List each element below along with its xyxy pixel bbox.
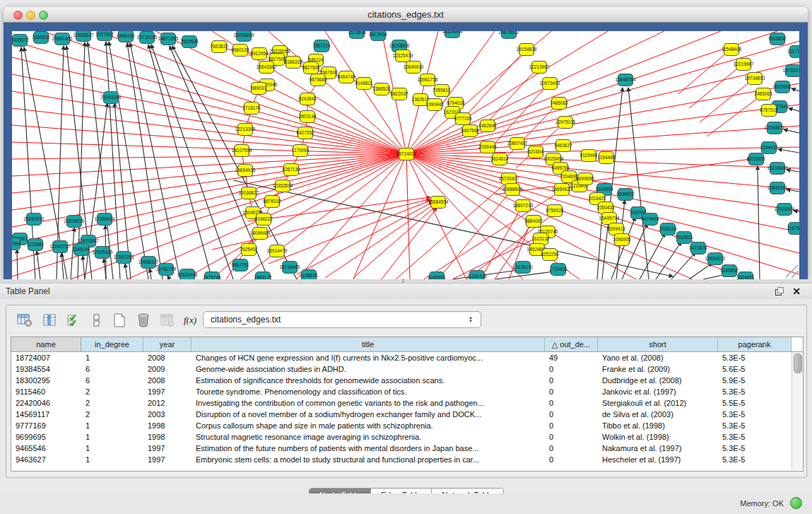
network-edge[interactable] — [786, 265, 798, 277]
delete-table-icon[interactable] — [134, 310, 153, 331]
network-edge[interactable] — [12, 142, 406, 154]
network-node-label: 9756928 — [546, 208, 564, 213]
float-window-icon[interactable] — [775, 287, 784, 296]
table-row[interactable]: 1872400712008Changes of HCN gene express… — [11, 352, 803, 363]
table-row[interactable]: 1938455462009Genome-wide association stu… — [11, 363, 803, 375]
cell-short: Hescheler et al. (1997) — [598, 454, 718, 465]
network-node-label: 15716485 — [280, 264, 300, 269]
network-node-label: 9875685 — [309, 77, 327, 82]
network-edge[interactable] — [628, 88, 649, 279]
network-node-label: 2485063 — [754, 91, 772, 96]
column-header-in_degree[interactable]: in_degree — [81, 337, 143, 351]
cell-year: 2003 — [143, 409, 192, 420]
network-edge[interactable] — [12, 154, 406, 159]
column-header-name[interactable]: name — [11, 337, 81, 351]
network-edge[interactable] — [109, 42, 148, 279]
row-height-icon[interactable] — [87, 310, 107, 331]
close-panel-icon[interactable]: ✕ — [792, 286, 801, 297]
column-header-title[interactable]: title — [192, 337, 545, 351]
cell-year: 2012 — [143, 397, 192, 409]
table-selector-dropdown[interactable]: citations_edges.txt ▲▼ — [203, 311, 481, 328]
network-edge[interactable] — [297, 202, 433, 274]
network-edge[interactable] — [406, 154, 410, 279]
table-row[interactable]: 1830029562008Estimation of significance … — [11, 375, 803, 386]
cell-year: 1997 — [143, 386, 192, 397]
network-node-label: 1527602 — [95, 32, 114, 37]
network-node-label: 8813054 — [369, 32, 387, 37]
network-edge[interactable] — [396, 181, 508, 279]
network-edge[interactable] — [784, 129, 799, 135]
table-row[interactable]: 946554611997Estimation of the future num… — [11, 443, 803, 454]
network-node-label: 17359924 — [95, 216, 115, 221]
table-row[interactable]: 977716911998Corpus callosum shape and si… — [11, 420, 803, 431]
network-edge[interactable] — [325, 204, 434, 278]
network-edge[interactable] — [269, 200, 432, 264]
network-node-label: 2718176 — [242, 105, 261, 110]
network-edge[interactable] — [656, 242, 681, 279]
scrollbar-thumb[interactable] — [794, 354, 802, 373]
network-edge[interactable] — [792, 271, 799, 278]
table-row[interactable]: 2242004622012Investigating the contribut… — [11, 397, 803, 409]
network-node-label: 15495794 — [599, 216, 620, 221]
cell-short: Yano et al. (2008) — [598, 352, 718, 363]
network-node-label: 9245652 — [720, 268, 739, 273]
column-header-out_de[interactable]: △ out_de... — [545, 337, 598, 351]
network-edge[interactable] — [792, 88, 799, 94]
network-canvas[interactable]: 2405572166053220691406108535271527602646… — [12, 31, 799, 279]
column-header-short[interactable]: short — [598, 337, 718, 351]
network-node-label: 1588520 — [372, 86, 391, 91]
network-edge[interactable] — [689, 263, 712, 279]
network-edge[interactable] — [406, 31, 721, 154]
network-edge[interactable] — [495, 85, 548, 144]
network-edge[interactable] — [789, 108, 799, 114]
network-edge[interactable] — [787, 189, 799, 193]
table-row[interactable]: 911546021997Tourette syndrome. Phenomeno… — [11, 386, 803, 397]
network-node-label: 16914479 — [267, 248, 288, 253]
network-edge[interactable] — [678, 52, 728, 94]
column-chooser-icon[interactable] — [40, 310, 60, 331]
network-edge[interactable] — [125, 264, 127, 279]
table-body: 1872400712008Changes of HCN gene express… — [11, 352, 803, 465]
memory-status-indicator[interactable] — [790, 497, 802, 509]
table-row[interactable]: 946362711997Embryonic stem cells: a mode… — [11, 454, 803, 465]
network-edge[interactable] — [640, 233, 665, 279]
table-row[interactable]: 969969511998Structural magnetic resonanc… — [11, 431, 803, 443]
network-edge[interactable] — [438, 191, 511, 279]
table-settings-icon[interactable] — [15, 310, 35, 331]
cell-name: 9699695 — [11, 431, 81, 443]
vertical-scrollbar[interactable] — [792, 352, 803, 470]
network-edge[interactable] — [622, 223, 647, 279]
network-node-label: 7632621 — [675, 235, 693, 240]
network-edge[interactable] — [12, 91, 406, 154]
network-edge[interactable] — [466, 52, 524, 115]
network-edge[interactable] — [12, 41, 406, 154]
network-edge[interactable] — [758, 166, 760, 279]
network-edge[interactable] — [689, 66, 740, 108]
window-title: citations_edges.txt — [4, 9, 808, 20]
network-edge[interactable] — [778, 149, 799, 154]
network-edge[interactable] — [700, 81, 751, 122]
network-edge[interactable] — [37, 251, 40, 279]
table-row[interactable]: 1456911722003Disruption of a novel membe… — [11, 409, 803, 420]
network-edge[interactable] — [106, 42, 120, 279]
network-edge[interactable] — [353, 206, 435, 278]
network-edge[interactable] — [212, 199, 430, 250]
network-edge[interactable] — [787, 170, 799, 173]
function-builder-icon[interactable]: f(x) — [180, 310, 200, 331]
network-node-label: 8471676 — [689, 245, 707, 250]
cell-pagerank: 5.3E-5 — [718, 431, 792, 443]
network-node-label: 1660532 — [32, 35, 50, 40]
new-table-icon[interactable] — [110, 310, 129, 331]
network-node-label: 20691406 — [52, 36, 73, 41]
network-edge[interactable] — [83, 256, 85, 279]
select-rows-icon[interactable] — [64, 310, 84, 331]
network-edge[interactable] — [12, 154, 406, 261]
network-edge[interactable] — [12, 154, 406, 210]
network-edge[interactable] — [130, 43, 180, 279]
column-header-pagerank[interactable]: pagerank — [718, 337, 792, 351]
network-edge[interactable] — [148, 45, 212, 279]
column-header-year[interactable]: year — [143, 337, 192, 351]
window-titlebar[interactable]: citations_edges.txt — [4, 7, 808, 23]
network-edge[interactable] — [150, 269, 151, 279]
network-node-label: 6466160 — [117, 33, 135, 38]
